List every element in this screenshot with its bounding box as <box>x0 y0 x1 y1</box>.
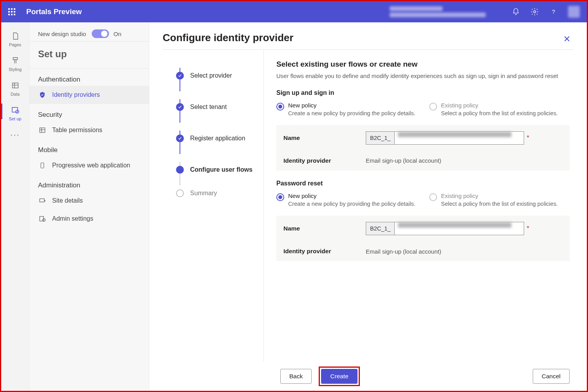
nav-identity-providers[interactable]: Identity providers <box>29 86 149 104</box>
radio-desc: Create a new policy by providing the pol… <box>288 109 416 117</box>
notifications-icon[interactable] <box>512 7 520 16</box>
step-todo-icon <box>176 189 184 197</box>
rail-label: Styling <box>1 67 29 72</box>
nav-label: Admin settings <box>52 215 93 222</box>
section-mobile: Mobile <box>29 139 149 156</box>
svg-rect-9 <box>40 216 44 221</box>
step-current-icon <box>176 166 184 174</box>
form-subheading: User flows enable you to define and modi… <box>276 72 570 81</box>
user-avatar[interactable] <box>568 6 580 18</box>
required-indicator: * <box>526 225 529 232</box>
leftpanel-title: Set up <box>29 42 149 68</box>
radio-label: New policy <box>288 102 416 109</box>
settings-gear-icon[interactable] <box>530 7 539 16</box>
radio-desc: Select a policy from the list of existin… <box>441 200 558 208</box>
toggle-label: New design studio <box>38 31 86 37</box>
rail-label: Set up <box>1 116 29 121</box>
rail-data[interactable]: Data <box>1 77 29 102</box>
svg-point-0 <box>534 11 536 13</box>
radio-selected-icon <box>276 103 284 111</box>
svg-rect-6 <box>40 128 45 132</box>
panel-title: Configure identity provider <box>163 32 573 50</box>
wizard-stepper: Select provider Select tenant Register a… <box>163 50 264 362</box>
rail-pages[interactable]: Pages <box>1 28 29 53</box>
create-button-highlight: Create <box>319 367 360 386</box>
back-button[interactable]: Back <box>280 369 312 384</box>
svg-point-10 <box>43 219 45 221</box>
admin-icon <box>38 214 47 223</box>
form-heading: Select existing user flows or create new <box>276 60 570 69</box>
svg-rect-7 <box>41 163 44 168</box>
nav-site-details[interactable]: Site details <box>29 192 149 210</box>
radio-unselected-icon <box>429 193 437 201</box>
radio-new-policy-pwd[interactable]: New policy Create a new policy by provid… <box>276 192 417 208</box>
name-prefix: B2C_1_ <box>366 131 395 145</box>
table-icon <box>38 126 47 134</box>
radio-existing-policy-signup[interactable]: Existing policy Select a policy from the… <box>429 102 570 117</box>
radio-existing-policy-pwd[interactable]: Existing policy Select a policy from the… <box>429 192 570 208</box>
rail-more-icon[interactable]: ··· <box>10 130 20 140</box>
section-administration: Administration <box>29 174 149 192</box>
section-signup-signin: Sign up and sign in <box>276 89 570 96</box>
radio-new-policy-signup[interactable]: New policy Create a new policy by provid… <box>276 102 417 117</box>
step-done-icon <box>176 134 184 142</box>
field-label-name: Name <box>283 134 366 142</box>
nav-label: Identity providers <box>52 91 100 98</box>
idp-value: Email sign-up (local account) <box>366 157 441 164</box>
step-label: Select provider <box>190 72 232 79</box>
close-icon[interactable]: ✕ <box>563 34 570 44</box>
nav-label: Site details <box>52 197 83 204</box>
nav-label: Progressive web application <box>52 162 130 169</box>
field-label-idp: Identity provider <box>283 248 366 255</box>
environment-label <box>390 5 486 19</box>
pwd-policy-name-input[interactable] <box>395 222 524 235</box>
app-title: Portals Preview <box>26 7 82 16</box>
svg-rect-8 <box>40 199 44 202</box>
radio-selected-icon <box>276 193 284 201</box>
name-prefix: B2C_1_ <box>366 222 395 235</box>
app-launcher-icon[interactable] <box>8 8 15 15</box>
radio-unselected-icon <box>429 103 437 111</box>
radio-label: Existing policy <box>441 192 558 199</box>
rail-label: Data <box>1 92 29 96</box>
signup-policy-name-input[interactable] <box>395 131 524 145</box>
required-indicator: * <box>526 134 529 142</box>
svg-text:?: ? <box>552 8 555 15</box>
field-label-idp: Identity provider <box>283 157 366 164</box>
svg-rect-4 <box>12 107 18 112</box>
phone-icon <box>38 161 47 170</box>
nav-label: Table permissions <box>52 127 102 134</box>
nav-pwa[interactable]: Progressive web application <box>29 156 149 174</box>
toggle-state: On <box>114 31 122 37</box>
section-authentication: Authentication <box>29 69 149 86</box>
nav-table-permissions[interactable]: Table permissions <box>29 121 149 139</box>
step-done-icon <box>176 72 184 80</box>
create-button[interactable]: Create <box>321 369 358 384</box>
rail-label: Pages <box>1 42 29 47</box>
rail-styling[interactable]: Styling <box>1 53 29 77</box>
step-label: Summary <box>190 190 217 197</box>
cancel-button[interactable]: Cancel <box>533 369 570 384</box>
svg-rect-3 <box>12 83 18 88</box>
section-security: Security <box>29 104 149 121</box>
site-icon <box>38 196 47 205</box>
radio-label: Existing policy <box>441 102 558 109</box>
radio-desc: Create a new policy by providing the pol… <box>288 200 416 208</box>
rail-setup[interactable]: Set up <box>1 102 29 127</box>
radio-desc: Select a policy from the list of existin… <box>441 109 558 117</box>
nav-admin-settings[interactable]: Admin settings <box>29 210 149 228</box>
step-label: Register application <box>190 135 245 142</box>
radio-label: New policy <box>288 192 416 199</box>
field-label-name: Name <box>283 225 366 232</box>
svg-point-5 <box>16 110 19 113</box>
shield-icon <box>38 91 47 99</box>
step-done-icon <box>176 103 184 111</box>
step-label: Configure user flows <box>190 166 252 173</box>
step-label: Select tenant <box>190 103 227 111</box>
section-password-reset: Password reset <box>276 180 570 187</box>
idp-value: Email sign-up (local account) <box>366 248 441 255</box>
help-icon[interactable]: ? <box>549 7 558 16</box>
design-studio-toggle[interactable] <box>92 29 109 38</box>
